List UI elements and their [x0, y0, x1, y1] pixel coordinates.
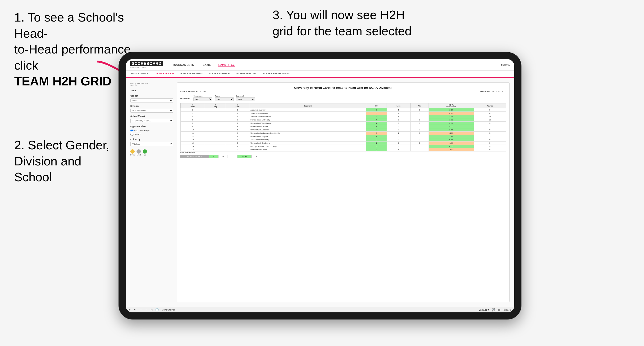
forward-button[interactable]: →	[145, 308, 148, 312]
cell-opponent: University of Florida	[249, 148, 366, 152]
region-filter-select[interactable]: (All)	[215, 97, 234, 101]
cell-opponent: University of Alabama	[249, 128, 366, 132]
cell-rank: 4	[180, 115, 205, 118]
col-tie: Tie	[410, 103, 428, 108]
cell-loss: 1	[387, 132, 410, 135]
cell-win: 3	[366, 138, 387, 142]
division-record: Division Record: 88 - 17 - 0	[480, 90, 506, 93]
top100-option[interactable]: Top 100	[130, 133, 173, 136]
cell-tie: 0	[410, 108, 428, 112]
opponent-played-option[interactable]: Opponents Played	[130, 129, 173, 132]
cell-conf: 2	[226, 122, 249, 125]
table-row: 12 3 University of Virginia 1 0 0 2.33 3	[180, 135, 506, 138]
nav-teams[interactable]: TEAMS	[201, 63, 211, 66]
cell-conf: 1	[226, 138, 249, 142]
subnav-player-h2h-heatmap[interactable]: PLAYER H2H HEATMAP	[262, 71, 290, 76]
cell-win: 4	[366, 118, 387, 122]
cell-rank: 11	[180, 132, 205, 135]
cell-diff: -4.33	[428, 132, 474, 135]
tablet-screen: SCOREBOARD Powered by clippd TOURNAMENTS…	[126, 59, 514, 312]
down-swatch	[130, 149, 135, 154]
cell-rounds: 9	[474, 108, 506, 112]
cell-rank: 2	[180, 108, 205, 112]
division-select[interactable]: NCAA Division I	[130, 109, 173, 113]
cell-loss: 0	[387, 128, 410, 132]
cell-rounds: 9	[474, 145, 506, 148]
gender-select[interactable]: Men's	[130, 98, 173, 102]
redo-button[interactable]: ↪	[134, 308, 136, 312]
share-button[interactable]: Share	[504, 308, 511, 312]
back-button[interactable]: ←	[139, 308, 142, 312]
cell-diff: -4.42	[428, 148, 474, 152]
conference-filter-select[interactable]: (All)	[194, 97, 212, 101]
subnav-team-summary[interactable]: TEAM SUMMARY	[130, 71, 150, 76]
sub-nav: TEAM SUMMARY TEAM H2H GRID TEAM H2H HEAT…	[126, 71, 514, 78]
opponent-view-label: Opponent View	[130, 125, 173, 128]
table-row: 11 6 University of Arkansas, Fayettevill…	[180, 132, 506, 135]
cell-rank: 10	[180, 128, 205, 132]
team-label: Team	[130, 89, 173, 92]
cell-conf: 6	[226, 132, 249, 135]
opponent-view-radio-group: Opponents Played Top 100	[130, 129, 173, 136]
table-row: 14 2 University of Oklahoma 1 2 0 -1.00 …	[180, 142, 506, 145]
cell-conf: 3	[226, 148, 249, 152]
nav-bar: SCOREBOARD Powered by clippd TOURNAMENTS…	[126, 59, 514, 71]
team-section: Team	[130, 89, 173, 92]
cell-loss: 2	[387, 142, 410, 145]
cell-rounds: 3	[474, 135, 506, 138]
cell-rounds: 3	[474, 132, 506, 135]
history-button[interactable]: 🕐	[155, 308, 159, 312]
colour-swatches: Down Level Up	[130, 149, 173, 156]
table-row: 8 2 University of Washington 1 0 0 3.67 …	[180, 122, 506, 125]
swatch-down: Down	[130, 149, 135, 156]
nav-tournaments[interactable]: TOURNAMENTS	[172, 63, 194, 66]
sign-out-link[interactable]: | Sign out	[500, 63, 510, 66]
school-select[interactable]: 1. University of Nort...	[130, 119, 173, 123]
copy-button[interactable]: ⎘	[151, 308, 152, 312]
col-opponent: Opponent	[249, 103, 366, 108]
instruction-step2: 2. Select Gender, Division and School	[14, 137, 110, 185]
cell-win: 3	[366, 128, 387, 132]
filter-conference: Conference (All)	[194, 95, 212, 101]
out-div-win: 1	[209, 155, 218, 158]
cell-reg	[205, 138, 226, 142]
cell-reg	[205, 108, 226, 112]
cell-rounds: 12	[474, 118, 506, 122]
cell-opponent: University of Arkansas, Fayetteville	[249, 132, 366, 135]
toolbar: ↩ ↪ ← → ⎘ 🕐 View: Original Watch ▾ 💬 ⊞ S…	[126, 307, 514, 312]
col-rank: #Rank	[180, 103, 205, 108]
cell-reg	[205, 145, 226, 148]
cell-diff: 4.50	[428, 145, 474, 148]
comment-button[interactable]: 💬	[492, 308, 496, 312]
col-diff: Diff AvStrokes/Rnd	[428, 103, 474, 108]
cell-tie: 0	[410, 132, 428, 135]
cell-loss: 0	[387, 138, 410, 142]
cell-tie: 0	[410, 135, 428, 138]
undo-button[interactable]: ↩	[129, 308, 131, 312]
out-of-division-section: Out of division NCAA Division II 1 0 0 2…	[180, 152, 506, 158]
records-row: Overall Record: 89 - 17 - 0 Division Rec…	[180, 90, 506, 93]
cell-opponent: Florida State University	[249, 118, 366, 122]
watch-button[interactable]: Watch ▾	[479, 308, 489, 312]
cell-conf: 5	[226, 128, 249, 132]
opponent-filter-select[interactable]: (All)	[236, 97, 255, 101]
last-updated: Last Updated: 27/03/2024 16:55:38	[130, 82, 173, 87]
subnav-player-h2h-grid[interactable]: PLAYER H2H GRID	[236, 71, 258, 76]
cell-opponent: Georgia Institute of Technology	[249, 145, 366, 148]
cell-tie: 0	[410, 122, 428, 125]
nav-committee[interactable]: COMMITTEE	[218, 63, 235, 66]
colour-select[interactable]: Win/loss	[130, 142, 173, 146]
present-button[interactable]: ⊞	[498, 308, 500, 312]
cell-win: 3	[366, 148, 387, 152]
cell-conf: 3	[226, 135, 249, 138]
subnav-team-h2h-heatmap[interactable]: TEAM H2H HEATMAP	[179, 71, 204, 76]
colour-label: Colour by	[130, 138, 173, 141]
h2h-table: #Rank #Reg #Conf Opponent Win Loss Tie D…	[180, 103, 506, 152]
table-row: 10 5 University of Alabama 3 0 0 2.61 8	[180, 128, 506, 132]
cell-conf: 2	[226, 112, 249, 115]
opponent-view-section: Opponent View Opponents Played Top 100	[130, 125, 173, 136]
cell-rounds: 8	[474, 112, 506, 115]
subnav-player-summary[interactable]: PLAYER SUMMARY	[208, 71, 231, 76]
col-win: Win	[366, 103, 387, 108]
subnav-team-h2h-grid[interactable]: TEAM H2H GRID	[155, 71, 174, 76]
